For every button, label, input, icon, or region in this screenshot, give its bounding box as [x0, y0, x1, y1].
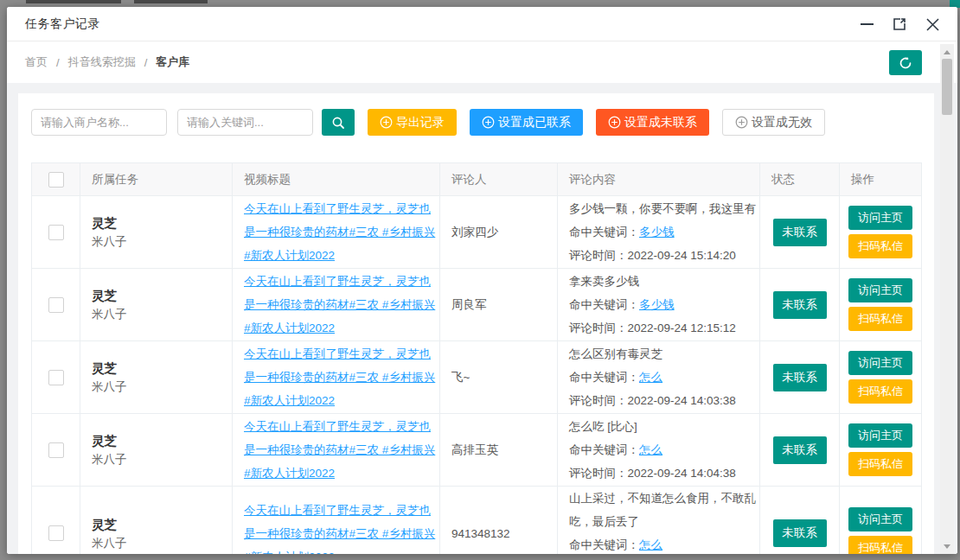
comment-time: 2022-09-24 14:04:38	[628, 467, 736, 480]
visit-homepage-button[interactable]: 访问主页	[848, 351, 912, 375]
merchant-name: 米八子	[92, 450, 228, 468]
refresh-icon	[899, 56, 912, 70]
keyword-label: 命中关键词：	[569, 538, 639, 551]
backdrop-text-artifact	[26, 0, 121, 3]
status-badge: 未联系	[773, 519, 827, 547]
video-title-link[interactable]: 今天在山上看到了野生灵芝，灵芝也是一种很珍贵的药材#三农 #乡村振兴 #新农人计…	[244, 504, 435, 555]
set-contacted-button[interactable]: 设置成已联系	[470, 109, 583, 136]
hit-keyword-link[interactable]: 怎么	[639, 538, 662, 551]
plus-circle-icon	[608, 116, 621, 129]
time-label: 评论时间：	[569, 249, 628, 262]
task-name: 灵芝	[92, 515, 228, 534]
table-row: 灵芝 米八子 今天在山上看到了野生灵芝，灵芝也是一种很珍贵的药材#三农 #乡村振…	[32, 269, 922, 341]
commenter-name: 刘家四少	[451, 226, 498, 239]
scan-dm-button[interactable]: 扫码私信	[848, 379, 912, 404]
visit-homepage-button[interactable]: 访问主页	[848, 278, 912, 302]
maximize-icon	[893, 17, 906, 31]
header-task: 所属任务	[80, 163, 233, 196]
breadcrumb-douyin-clues[interactable]: 抖音线索挖掘	[68, 54, 136, 70]
row-checkbox[interactable]	[48, 297, 64, 313]
minimize-button[interactable]	[855, 13, 878, 35]
merchant-name: 米八子	[92, 534, 228, 552]
keyword-input[interactable]	[177, 109, 313, 136]
breadcrumb-current-customer-library: 客户库	[156, 54, 189, 70]
table-row: 灵芝 米八子 今天在山上看到了野生灵芝，灵芝也是一种很珍贵的药材#三农 #乡村振…	[32, 341, 922, 414]
comment-time: 2022-09-24 15:14:20	[628, 249, 736, 262]
time-label: 评论时间：	[569, 394, 628, 407]
time-label: 评论时间：	[569, 321, 628, 334]
status-badge: 未联系	[773, 291, 827, 319]
dialog-body: 导出记录 设置成已联系 设置成未联系	[7, 83, 957, 554]
scrollbar-thumb[interactable]	[942, 59, 952, 115]
task-name: 灵芝	[92, 213, 228, 232]
close-icon	[926, 18, 939, 31]
merchant-name: 米八子	[92, 305, 228, 323]
plus-circle-icon	[735, 116, 748, 129]
select-all-checkbox[interactable]	[48, 172, 64, 188]
export-records-label: 导出记录	[396, 115, 445, 130]
set-contacted-label: 设置成已联系	[498, 115, 571, 130]
filter-toolbar: 导出记录 设置成已联系 设置成未联系	[31, 109, 825, 136]
scan-dm-button[interactable]: 扫码私信	[848, 307, 912, 331]
keyword-label: 命中关键词：	[569, 298, 639, 311]
scrollbar-down-button[interactable]	[940, 540, 954, 552]
plus-circle-icon	[380, 116, 393, 129]
comment-time: 2022-09-24 14:03:38	[628, 394, 736, 407]
breadcrumb: 首页 / 抖音线索挖掘 / 客户库	[25, 54, 189, 70]
export-records-button[interactable]: 导出记录	[368, 109, 457, 136]
vertical-scrollbar	[940, 44, 954, 554]
commenter-name: 高排玉英	[451, 443, 498, 456]
dialog-title: 任务客户记录	[25, 16, 100, 32]
scan-dm-button[interactable]: 扫码私信	[848, 452, 912, 476]
scrollbar-up-button[interactable]	[940, 46, 954, 58]
keyword-label: 命中关键词：	[569, 371, 639, 384]
video-title-link[interactable]: 今天在山上看到了野生灵芝，灵芝也是一种很珍贵的药材#三农 #乡村振兴 #新农人计…	[244, 202, 435, 262]
visit-homepage-button[interactable]: 访问主页	[848, 206, 912, 230]
hit-keyword-link[interactable]: 怎么	[639, 371, 662, 384]
set-uncontacted-button[interactable]: 设置成未联系	[596, 109, 709, 136]
row-checkbox[interactable]	[48, 225, 64, 240]
task-name: 灵芝	[92, 359, 228, 378]
merchant-name-input[interactable]	[31, 109, 167, 136]
status-badge: 未联系	[773, 364, 827, 391]
scan-dm-button[interactable]: 扫码私信	[848, 536, 912, 555]
scan-dm-button[interactable]: 扫码私信	[848, 234, 912, 258]
comment-text: 怎么区别有毒灵芝	[569, 342, 756, 366]
close-button[interactable]	[921, 13, 944, 35]
refresh-button[interactable]	[889, 50, 922, 75]
content-card: 导出记录 设置成已联系 设置成未联系	[18, 93, 934, 554]
merchant-name: 米八子	[92, 232, 228, 251]
visit-homepage-button[interactable]: 访问主页	[848, 423, 912, 448]
hit-keyword-link[interactable]: 多少钱	[639, 226, 675, 239]
breadcrumb-home[interactable]: 首页	[25, 54, 48, 70]
header-status: 状态	[760, 163, 840, 196]
table-row: 灵芝 米八子 今天在山上看到了野生灵芝，灵芝也是一种很珍贵的药材#三农 #乡村振…	[32, 487, 922, 555]
status-badge: 未联系	[773, 219, 827, 246]
keyword-label: 命中关键词：	[569, 226, 639, 239]
scroll-up-icon	[944, 50, 950, 54]
task-name: 灵芝	[92, 431, 228, 450]
row-checkbox[interactable]	[48, 525, 64, 541]
comment-time: 2022-09-24 12:15:12	[628, 321, 736, 334]
video-title-link[interactable]: 今天在山上看到了野生灵芝，灵芝也是一种很珍贵的药材#三农 #乡村振兴 #新农人计…	[244, 420, 435, 480]
maximize-button[interactable]	[888, 13, 911, 35]
comment-text: 拿来卖多少钱	[569, 270, 756, 293]
set-invalid-button[interactable]: 设置成无效	[722, 109, 825, 136]
plus-circle-icon	[482, 116, 495, 129]
set-uncontacted-label: 设置成未联系	[624, 115, 697, 130]
task-customer-records-dialog: 任务客户记录 首页 / 抖音线索挖掘 / 客户库	[7, 7, 957, 554]
visit-homepage-button[interactable]: 访问主页	[848, 507, 912, 531]
comment-text: 怎么吃 [比心]	[569, 415, 756, 438]
video-title-link[interactable]: 今天在山上看到了野生灵芝，灵芝也是一种很珍贵的药材#三农 #乡村振兴 #新农人计…	[244, 275, 435, 334]
window-controls	[855, 7, 944, 41]
row-checkbox[interactable]	[48, 370, 64, 385]
hit-keyword-link[interactable]: 多少钱	[639, 298, 675, 311]
hit-keyword-link[interactable]: 怎么	[639, 443, 662, 456]
row-checkbox[interactable]	[48, 442, 64, 458]
header-action: 操作	[840, 163, 922, 196]
table-header-row: 所属任务 视频标题 评论人 评论内容 状态 操作	[32, 163, 922, 196]
video-title-link[interactable]: 今天在山上看到了野生灵芝，灵芝也是一种很珍贵的药材#三农 #乡村振兴 #新农人计…	[244, 347, 435, 407]
search-button[interactable]	[322, 109, 355, 136]
comment-text: 多少钱一颗，你要不要啊，我这里有	[569, 197, 756, 220]
merchant-name: 米八子	[92, 378, 228, 396]
